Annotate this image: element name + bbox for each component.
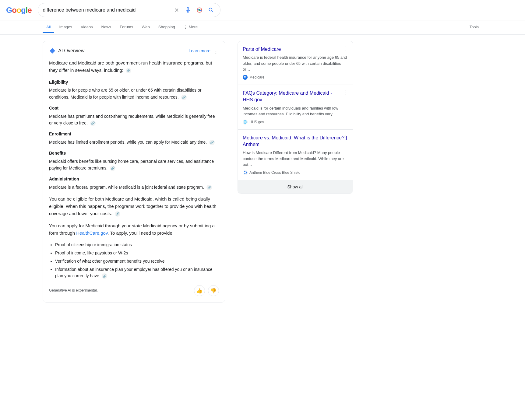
lens-search-button[interactable] (195, 6, 204, 14)
source-card-item-3: Medicare vs. Medicaid: What is the Diffe… (238, 130, 353, 180)
ai-overview-header: AI Overview Learn more ⋮ (49, 47, 219, 54)
left-column: AI Overview Learn more ⋮ Medicare and Me… (43, 41, 225, 309)
thumbs-down-button[interactable]: 👎 (208, 285, 219, 296)
tab-forums[interactable]: Forums (116, 22, 137, 33)
ai-section-eligibility: Eligibility Medicare is for people who a… (49, 79, 219, 100)
section-text-administration: Medicare is a federal program, while Med… (49, 184, 219, 191)
list-item: Information about an insurance plan your… (55, 266, 219, 279)
source-label-1: Medicare (249, 75, 264, 79)
nav-tabs: All Images Videos News Forums Web Shoppi… (0, 20, 525, 35)
section-text-eligibility: Medicare is for people who are 65 or old… (49, 87, 219, 100)
list-item: Proof of income, like paystubs or W-2s (55, 250, 219, 256)
ai-paragraph-1: You can be eligible for both Medicare an… (49, 195, 219, 217)
cite-link-para1[interactable]: 🔗 (115, 211, 120, 217)
microphone-icon (185, 7, 191, 13)
tab-images[interactable]: Images (55, 22, 76, 33)
cite-link-administration[interactable]: 🔗 (206, 185, 212, 190)
clear-button[interactable] (173, 6, 181, 14)
voice-search-button[interactable] (184, 6, 192, 14)
search-bar-container (38, 3, 220, 17)
tab-shopping[interactable]: Shopping (155, 22, 179, 33)
section-text-enrollment: Medicare has limited enrollment periods,… (49, 139, 219, 145)
source-info-1: M Medicare (243, 75, 348, 80)
ai-overview-title: AI Overview (49, 47, 84, 54)
section-title-eligibility: Eligibility (49, 79, 219, 86)
section-title-administration: Administration (49, 176, 219, 182)
right-column: Parts of Medicare Medicare is federal he… (238, 41, 353, 309)
card-menu-1[interactable]: ⋮ (343, 45, 349, 52)
cite-link-eligibility[interactable]: 🔗 (181, 95, 187, 100)
source-title-1[interactable]: Parts of Medicare (243, 46, 348, 53)
sources-card: Parts of Medicare Medicare is federal he… (238, 41, 353, 194)
section-text-benefits: Medicaid offers benefits like nursing ho… (49, 158, 219, 172)
source-icon-3: ⬡ (243, 170, 248, 175)
healthcare-gov-link[interactable]: HealthCare.gov (76, 230, 107, 236)
ai-list: Proof of citizenship or immigration stat… (55, 242, 219, 279)
tab-news[interactable]: News (98, 22, 115, 33)
card-menu-3[interactable]: ⋮ (343, 134, 349, 141)
cite-link-enrollment[interactable]: 🔗 (209, 140, 215, 145)
ai-intro-text: Medicare and Medicaid are both governmen… (49, 59, 219, 74)
ai-overview-body: Medicare and Medicaid are both governmen… (49, 59, 219, 296)
search-icon (208, 7, 214, 13)
feedback-buttons: 👍 👎 (194, 285, 219, 296)
source-title-3[interactable]: Medicare vs. Medicaid: What is the Diffe… (243, 135, 348, 148)
section-text-cost: Medicare has premiums and cost-sharing r… (49, 113, 219, 127)
section-title-benefits: Benefits (49, 150, 219, 156)
ai-footer: Generative AI is experimental. 👍 👎 (49, 285, 219, 296)
source-title-2[interactable]: FAQs Category: Medicare and Medicaid - H… (243, 90, 348, 103)
list-item: Verification of what other government be… (55, 258, 219, 264)
cite-link-list[interactable]: 🔗 (102, 273, 107, 279)
ai-diamond-icon (49, 47, 56, 54)
section-title-cost: Cost (49, 105, 219, 111)
tab-web[interactable]: Web (138, 22, 153, 33)
ai-section-administration: Administration Medicare is a federal pro… (49, 176, 219, 191)
ai-section-enrollment: Enrollment Medicare has limited enrollme… (49, 131, 219, 145)
source-label-3: Anthem Blue Cross Blue Shield (249, 170, 300, 175)
thumbs-up-button[interactable]: 👍 (194, 285, 205, 296)
source-desc-1: Medicare is federal health insurance for… (243, 54, 348, 72)
header: Google (0, 0, 525, 20)
search-button[interactable] (207, 6, 215, 14)
svg-marker-4 (50, 48, 55, 54)
svg-line-3 (212, 11, 213, 12)
source-label-2: HHS.gov (249, 120, 264, 124)
main-content: AI Overview Learn more ⋮ Medicare and Me… (0, 35, 525, 315)
show-all-button[interactable]: Show all (238, 180, 353, 194)
tab-videos[interactable]: Videos (77, 22, 97, 33)
ai-paragraph-2: You can apply for Medicaid through your … (49, 222, 219, 237)
source-desc-3: How is Medicare Different from Medicaid?… (243, 150, 348, 168)
cite-link-cost[interactable]: 🔗 (90, 121, 96, 126)
cite-link-intro[interactable]: 🔗 (126, 68, 131, 73)
google-logo[interactable]: Google (6, 5, 32, 15)
ai-overview-card: AI Overview Learn more ⋮ Medicare and Me… (43, 41, 225, 303)
search-icon-group (173, 6, 215, 14)
cite-link-benefits[interactable]: 🔗 (110, 166, 115, 171)
more-options-icon[interactable]: ⋮ (213, 47, 219, 54)
card-menu-2[interactable]: ⋮ (343, 89, 349, 96)
lens-icon (196, 7, 203, 13)
section-title-enrollment: Enrollment (49, 131, 219, 137)
ai-footer-text: Generative AI is experimental. (49, 288, 98, 293)
source-card-item-1: Parts of Medicare Medicare is federal he… (238, 41, 353, 85)
source-card-item-2: FAQs Category: Medicare and Medicaid - H… (238, 85, 353, 130)
source-info-2: 🌐 HHS.gov (243, 120, 348, 124)
search-bar (38, 3, 220, 17)
tab-all[interactable]: All (43, 22, 54, 33)
ai-section-cost: Cost Medicare has premiums and cost-shar… (49, 105, 219, 126)
source-desc-2: Medicaid is for certain individuals and … (243, 105, 348, 117)
tab-more[interactable]: ⋮ More (180, 22, 202, 33)
list-item: Proof of citizenship or immigration stat… (55, 242, 219, 248)
search-input[interactable] (43, 7, 170, 13)
learn-more-link[interactable]: Learn more ⋮ (189, 47, 219, 54)
ai-section-benefits: Benefits Medicaid offers benefits like n… (49, 150, 219, 171)
tab-tools[interactable]: Tools (466, 22, 482, 33)
source-icon-2: 🌐 (243, 120, 248, 124)
close-icon (174, 7, 179, 13)
source-info-3: ⬡ Anthem Blue Cross Blue Shield (243, 170, 348, 175)
source-icon-1: M (243, 75, 248, 80)
